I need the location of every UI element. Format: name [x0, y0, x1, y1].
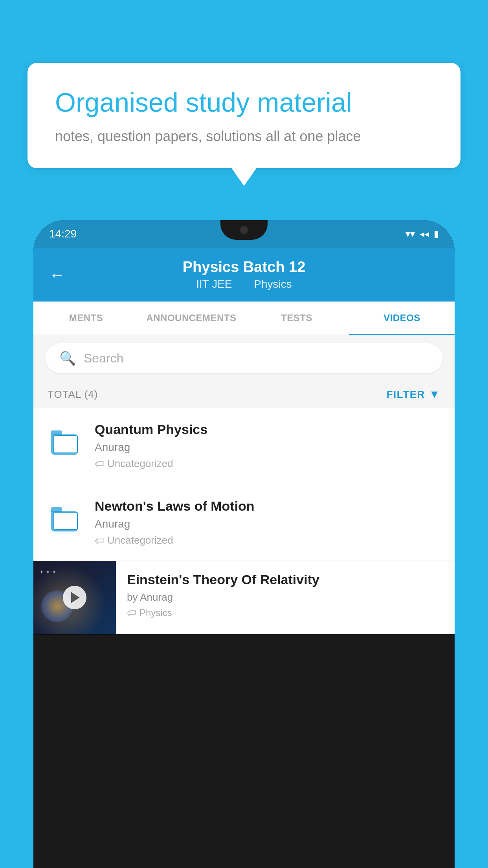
video-thumbnail: ✦ ✦ ✦: [33, 561, 116, 634]
back-button[interactable]: ←: [49, 266, 65, 283]
wifi-icon: ▾▾: [405, 228, 415, 239]
video-tag: 🏷 Uncategorized: [95, 458, 440, 470]
folder-icon-container-2: [48, 502, 83, 537]
page-title: Physics Batch 12: [49, 259, 439, 276]
play-button[interactable]: [63, 586, 86, 609]
speech-bubble: Organised study material notes, question…: [28, 63, 460, 168]
camera-dot: [240, 226, 248, 234]
video-info-3: Einstein's Theory Of Relativity by Anura…: [116, 561, 455, 629]
status-bar: 14:29 ▾▾ ◂◂ ▮: [33, 220, 455, 248]
filter-button[interactable]: FILTER ▼: [387, 388, 440, 401]
tag-label: Uncategorized: [107, 534, 173, 546]
tag-label: Physics: [139, 607, 172, 618]
status-time: 14:29: [49, 228, 77, 240]
search-placeholder: Search: [84, 351, 123, 366]
total-filter-row: TOTAL (4) FILTER ▼: [33, 381, 455, 408]
video-title: Einstein's Theory Of Relativity: [127, 572, 444, 587]
stars-decoration: ✦ ✦ ✦: [39, 569, 57, 575]
video-tag: 🏷 Physics: [127, 607, 444, 618]
page-subtitle: IIT JEE Physics: [49, 278, 439, 291]
video-author: by Anurag: [127, 591, 444, 603]
folder-icon-2: [51, 507, 79, 531]
play-triangle: [71, 592, 80, 603]
tag-icon: 🏷: [127, 607, 136, 618]
video-author: Anurag: [95, 518, 440, 530]
search-bar-container: 🔍 Search: [33, 335, 455, 381]
list-item[interactable]: Quantum Physics Anurag 🏷 Uncategorized: [33, 408, 455, 484]
search-icon: 🔍: [59, 350, 76, 366]
video-info-1: Quantum Physics Anurag 🏷 Uncategorized: [95, 422, 440, 470]
video-author: Anurag: [95, 441, 440, 454]
video-info-2: Newton's Laws of Motion Anurag 🏷 Uncateg…: [95, 498, 440, 546]
speech-bubble-heading: Organised study material: [55, 86, 433, 119]
video-title: Quantum Physics: [95, 422, 440, 437]
tag-icon: 🏷: [95, 535, 104, 546]
subtitle-left: IIT JEE: [196, 278, 232, 290]
list-item[interactable]: ✦ ✦ ✦ Einstein's Theory Of Relativity by…: [33, 561, 455, 634]
list-item[interactable]: Newton's Laws of Motion Anurag 🏷 Uncateg…: [33, 484, 455, 561]
filter-label: FILTER: [387, 388, 425, 401]
tab-ments[interactable]: MENTS: [33, 302, 139, 335]
speech-bubble-subtext: notes, question papers, solutions all at…: [55, 128, 433, 145]
phone-frame: 14:29 ▾▾ ◂◂ ▮ ← Physics Batch 12 IIT JEE…: [33, 220, 455, 868]
app-header: ← Physics Batch 12 IIT JEE Physics: [33, 248, 455, 302]
filter-icon: ▼: [429, 388, 440, 401]
signal-icon: ◂◂: [420, 228, 429, 239]
tab-videos[interactable]: VIDEOS: [349, 302, 455, 335]
subtitle-right: Physics: [254, 278, 292, 290]
folder-icon-container: [48, 425, 83, 460]
speech-bubble-container: Organised study material notes, question…: [28, 63, 460, 168]
battery-icon: ▮: [434, 228, 439, 239]
total-count: TOTAL (4): [48, 388, 98, 401]
video-tag: 🏷 Uncategorized: [95, 534, 440, 546]
folder-icon: [51, 430, 79, 455]
tag-label: Uncategorized: [107, 458, 173, 470]
notch: [220, 220, 268, 240]
tag-icon: 🏷: [95, 458, 104, 469]
tab-tests[interactable]: TESTS: [244, 302, 349, 335]
status-icons: ▾▾ ◂◂ ▮: [405, 228, 439, 239]
search-input-wrapper[interactable]: 🔍 Search: [45, 343, 443, 373]
tab-bar: MENTS ANNOUNCEMENTS TESTS VIDEOS: [33, 302, 455, 335]
tab-announcements[interactable]: ANNOUNCEMENTS: [139, 302, 244, 335]
videos-list: Quantum Physics Anurag 🏷 Uncategorized N…: [33, 408, 455, 634]
video-title: Newton's Laws of Motion: [95, 498, 440, 514]
